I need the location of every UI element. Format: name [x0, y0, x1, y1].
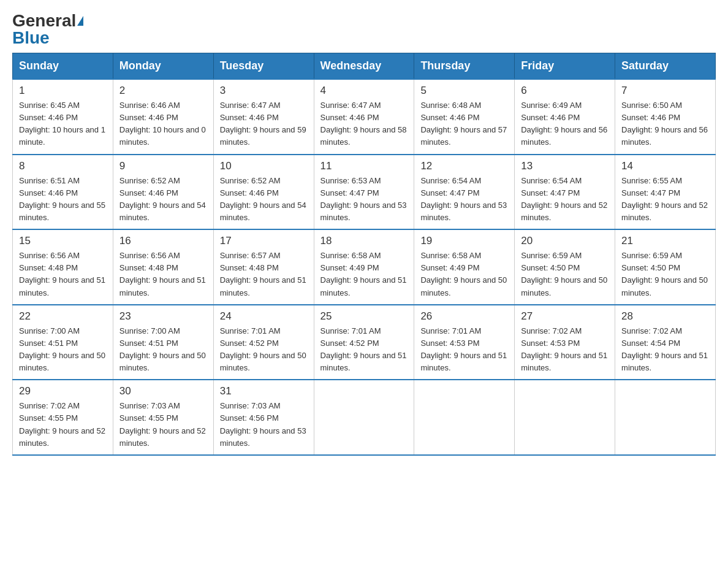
day-cell: 6 Sunrise: 6:49 AMSunset: 4:46 PMDayligh…: [515, 79, 615, 155]
day-info: Sunrise: 7:02 AMSunset: 4:55 PMDaylight:…: [19, 400, 107, 450]
day-cell: 16 Sunrise: 6:56 AMSunset: 4:48 PMDaylig…: [113, 229, 213, 305]
day-number: 16: [119, 235, 207, 247]
day-number: 24: [220, 310, 308, 323]
day-number: 11: [320, 160, 408, 172]
day-cell: 8 Sunrise: 6:51 AMSunset: 4:46 PMDayligh…: [13, 155, 113, 230]
header-thursday: Thursday: [414, 53, 515, 80]
header-monday: Monday: [113, 53, 213, 80]
day-number: 5: [420, 85, 508, 97]
day-cell: 12 Sunrise: 6:54 AMSunset: 4:47 PMDaylig…: [414, 155, 515, 230]
day-info: Sunrise: 7:00 AMSunset: 4:51 PMDaylight:…: [19, 325, 107, 375]
header-friday: Friday: [515, 53, 615, 80]
day-cell: 30 Sunrise: 7:03 AMSunset: 4:55 PMDaylig…: [113, 380, 213, 455]
day-number: 23: [119, 310, 207, 323]
day-cell: 7 Sunrise: 6:50 AMSunset: 4:46 PMDayligh…: [615, 79, 716, 155]
day-number: 6: [521, 85, 609, 97]
day-info: Sunrise: 7:01 AMSunset: 4:52 PMDaylight:…: [320, 325, 408, 375]
week-row-5: 29 Sunrise: 7:02 AMSunset: 4:55 PMDaylig…: [13, 380, 716, 455]
day-info: Sunrise: 6:51 AMSunset: 4:46 PMDaylight:…: [19, 175, 107, 224]
day-info: Sunrise: 7:02 AMSunset: 4:53 PMDaylight:…: [521, 325, 609, 375]
day-cell: 17 Sunrise: 6:57 AMSunset: 4:48 PMDaylig…: [213, 229, 314, 305]
day-cell: 19 Sunrise: 6:58 AMSunset: 4:49 PMDaylig…: [414, 229, 515, 305]
header-sunday: Sunday: [13, 53, 113, 80]
day-number: 21: [621, 235, 709, 247]
day-cell: 28 Sunrise: 7:02 AMSunset: 4:54 PMDaylig…: [615, 305, 716, 380]
day-cell: [314, 380, 414, 455]
day-cell: 31 Sunrise: 7:03 AMSunset: 4:56 PMDaylig…: [213, 380, 314, 455]
page-header: General Blue: [12, 12, 716, 47]
day-cell: 29 Sunrise: 7:02 AMSunset: 4:55 PMDaylig…: [13, 380, 113, 455]
day-cell: 3 Sunrise: 6:47 AMSunset: 4:46 PMDayligh…: [213, 79, 314, 155]
day-info: Sunrise: 6:56 AMSunset: 4:48 PMDaylight:…: [119, 250, 207, 299]
day-number: 13: [521, 160, 609, 172]
week-row-2: 8 Sunrise: 6:51 AMSunset: 4:46 PMDayligh…: [13, 155, 716, 230]
day-cell: 2 Sunrise: 6:46 AMSunset: 4:46 PMDayligh…: [113, 79, 213, 155]
day-cell: 11 Sunrise: 6:53 AMSunset: 4:47 PMDaylig…: [314, 155, 414, 230]
header-wednesday: Wednesday: [314, 53, 414, 80]
header-saturday: Saturday: [615, 53, 716, 80]
day-cell: 20 Sunrise: 6:59 AMSunset: 4:50 PMDaylig…: [515, 229, 615, 305]
day-info: Sunrise: 7:01 AMSunset: 4:52 PMDaylight:…: [220, 325, 308, 375]
day-cell: 15 Sunrise: 6:56 AMSunset: 4:48 PMDaylig…: [13, 229, 113, 305]
day-info: Sunrise: 6:50 AMSunset: 4:46 PMDaylight:…: [621, 99, 709, 149]
day-number: 3: [220, 85, 308, 97]
day-number: 10: [220, 160, 308, 172]
day-cell: 9 Sunrise: 6:52 AMSunset: 4:46 PMDayligh…: [113, 155, 213, 230]
logo: General Blue: [12, 12, 83, 47]
day-number: 18: [320, 235, 408, 247]
day-info: Sunrise: 6:58 AMSunset: 4:49 PMDaylight:…: [420, 250, 508, 299]
day-cell: 23 Sunrise: 7:00 AMSunset: 4:51 PMDaylig…: [113, 305, 213, 380]
day-number: 20: [521, 235, 609, 247]
day-cell: 1 Sunrise: 6:45 AMSunset: 4:46 PMDayligh…: [13, 79, 113, 155]
day-number: 19: [420, 235, 508, 247]
day-number: 8: [19, 160, 107, 172]
day-cell: 26 Sunrise: 7:01 AMSunset: 4:53 PMDaylig…: [414, 305, 515, 380]
day-info: Sunrise: 7:03 AMSunset: 4:56 PMDaylight:…: [220, 400, 308, 450]
day-cell: 27 Sunrise: 7:02 AMSunset: 4:53 PMDaylig…: [515, 305, 615, 380]
week-row-1: 1 Sunrise: 6:45 AMSunset: 4:46 PMDayligh…: [13, 79, 716, 155]
day-info: Sunrise: 6:53 AMSunset: 4:47 PMDaylight:…: [320, 175, 408, 224]
day-info: Sunrise: 6:46 AMSunset: 4:46 PMDaylight:…: [119, 99, 207, 149]
day-cell: [414, 380, 515, 455]
day-number: 22: [19, 310, 107, 323]
day-info: Sunrise: 6:59 AMSunset: 4:50 PMDaylight:…: [521, 250, 609, 299]
day-info: Sunrise: 6:47 AMSunset: 4:46 PMDaylight:…: [220, 99, 308, 149]
day-info: Sunrise: 6:52 AMSunset: 4:46 PMDaylight:…: [119, 175, 207, 224]
day-cell: 10 Sunrise: 6:52 AMSunset: 4:46 PMDaylig…: [213, 155, 314, 230]
day-info: Sunrise: 6:57 AMSunset: 4:48 PMDaylight:…: [220, 250, 308, 299]
day-info: Sunrise: 6:54 AMSunset: 4:47 PMDaylight:…: [420, 175, 508, 224]
day-cell: 14 Sunrise: 6:55 AMSunset: 4:47 PMDaylig…: [615, 155, 716, 230]
day-number: 4: [320, 85, 408, 97]
day-cell: 18 Sunrise: 6:58 AMSunset: 4:49 PMDaylig…: [314, 229, 414, 305]
day-info: Sunrise: 6:45 AMSunset: 4:46 PMDaylight:…: [19, 99, 107, 149]
day-number: 14: [621, 160, 709, 172]
logo-general-text: General: [12, 12, 76, 29]
week-row-4: 22 Sunrise: 7:00 AMSunset: 4:51 PMDaylig…: [13, 305, 716, 380]
day-info: Sunrise: 7:02 AMSunset: 4:54 PMDaylight:…: [621, 325, 709, 375]
day-number: 30: [119, 385, 207, 397]
day-cell: [615, 380, 716, 455]
header-tuesday: Tuesday: [213, 53, 314, 80]
day-info: Sunrise: 7:00 AMSunset: 4:51 PMDaylight:…: [119, 325, 207, 375]
day-number: 28: [621, 310, 709, 323]
day-info: Sunrise: 6:58 AMSunset: 4:49 PMDaylight:…: [320, 250, 408, 299]
day-number: 7: [621, 85, 709, 97]
day-number: 31: [220, 385, 308, 397]
day-info: Sunrise: 6:54 AMSunset: 4:47 PMDaylight:…: [521, 175, 609, 224]
calendar-table: SundayMondayTuesdayWednesdayThursdayFrid…: [12, 53, 716, 456]
day-number: 26: [420, 310, 508, 323]
day-info: Sunrise: 7:01 AMSunset: 4:53 PMDaylight:…: [420, 325, 508, 375]
day-number: 12: [420, 160, 508, 172]
day-cell: 24 Sunrise: 7:01 AMSunset: 4:52 PMDaylig…: [213, 305, 314, 380]
day-number: 27: [521, 310, 609, 323]
day-number: 17: [220, 235, 308, 247]
day-number: 15: [19, 235, 107, 247]
day-cell: [515, 380, 615, 455]
day-cell: 21 Sunrise: 6:59 AMSunset: 4:50 PMDaylig…: [615, 229, 716, 305]
day-number: 9: [119, 160, 207, 172]
day-number: 29: [19, 385, 107, 397]
day-info: Sunrise: 6:48 AMSunset: 4:46 PMDaylight:…: [420, 99, 508, 149]
day-cell: 25 Sunrise: 7:01 AMSunset: 4:52 PMDaylig…: [314, 305, 414, 380]
day-info: Sunrise: 7:03 AMSunset: 4:55 PMDaylight:…: [119, 400, 207, 450]
day-info: Sunrise: 6:55 AMSunset: 4:47 PMDaylight:…: [621, 175, 709, 224]
